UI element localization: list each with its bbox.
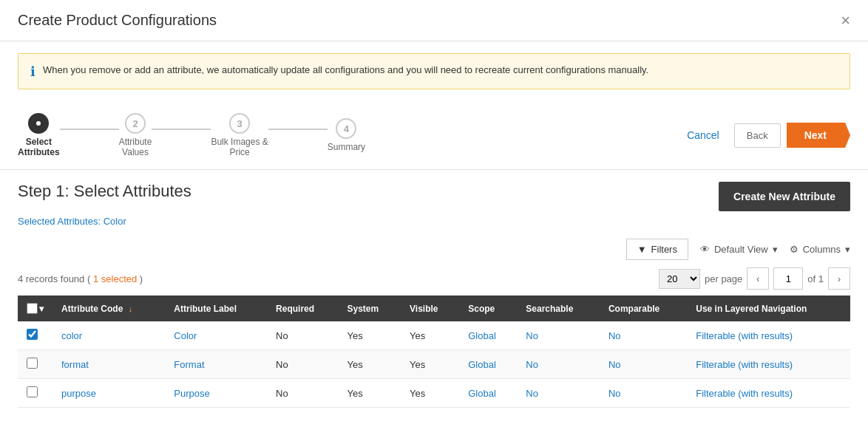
table-meta: 4 records found ( 1 selected ) 203050100… [18, 267, 850, 290]
selected-attrs-label: Selected Attributes: [18, 216, 101, 227]
comparable-header: Comparable [600, 296, 687, 321]
row-checkbox-0[interactable] [27, 329, 38, 340]
searchable-link[interactable]: No [526, 359, 538, 370]
searchable-cell: No [517, 379, 600, 408]
records-count: 4 records found [18, 273, 84, 284]
attributes-table: ▾ Attribute Code ↓ Attribute Label Requi… [18, 296, 850, 408]
attribute-label-cell: Purpose [165, 379, 267, 408]
step-1-item: SelectAttributes [18, 113, 60, 157]
eye-icon: 👁 [700, 244, 710, 255]
layered-nav-link[interactable]: Filterable (with results) [696, 359, 793, 370]
modal-header: Create Product Configurations × [0, 0, 868, 41]
visible-cell: Yes [401, 379, 459, 408]
info-text: When you remove or add an attribute, we … [43, 63, 648, 78]
selected-count: 1 selected [93, 273, 137, 284]
step-heading-row: Step 1: Select Attributes Create New Att… [18, 182, 850, 211]
searchable-header: Searchable [517, 296, 600, 321]
attribute-label-header: Attribute Label [165, 296, 267, 321]
toolbar: ▼ Filters 👁 Default View ▾ ⚙ Columns ▾ [18, 239, 850, 260]
row-check-cell [18, 350, 52, 379]
table-row: formatFormatNoYesYesGlobalNoNoFilterable… [18, 350, 850, 379]
scope-cell: Global [459, 350, 517, 379]
system-cell: Yes [338, 379, 401, 408]
modal-title: Create Product Configurations [18, 12, 217, 29]
next-button[interactable]: Next [787, 123, 850, 148]
attribute-label-cell: Color [165, 321, 267, 350]
step-3-item: 3 Bulk Images &Price [211, 113, 268, 157]
scope-header: Scope [459, 296, 517, 321]
table-row: purposePurposeNoYesYesGlobalNoNoFilterab… [18, 379, 850, 408]
attribute-label-link[interactable]: Purpose [174, 388, 209, 399]
scope-link[interactable]: Global [468, 388, 496, 399]
comparable-link[interactable]: No [608, 359, 621, 370]
steps-actions: Cancel Back Next [678, 123, 850, 148]
select-all-checkbox[interactable] [27, 303, 38, 314]
view-chevron-icon: ▾ [773, 244, 778, 255]
step-1-circle [28, 113, 49, 134]
layered-nav-link[interactable]: Filterable (with results) [696, 388, 793, 399]
prev-page-button[interactable]: ‹ [747, 267, 769, 290]
back-button[interactable]: Back [734, 123, 781, 148]
visible-cell: Yes [401, 350, 459, 379]
visible-header: Visible [401, 296, 459, 321]
gear-icon: ⚙ [790, 244, 799, 255]
cancel-button[interactable]: Cancel [678, 123, 728, 147]
pagination: 203050100 per page ‹ of 1 › [659, 267, 850, 290]
required-cell: No [267, 350, 338, 379]
filters-label: Filters [651, 244, 677, 255]
attribute-code-cell: color [52, 321, 165, 350]
view-selector[interactable]: 👁 Default View ▾ [700, 244, 778, 255]
filters-button[interactable]: ▼ Filters [626, 239, 688, 260]
per-page-select: 203050100 per page [659, 269, 742, 289]
layered-nav-header: Use in Layered Navigation [687, 296, 850, 321]
searchable-link[interactable]: No [526, 330, 538, 341]
required-header: Required [267, 296, 338, 321]
filter-icon: ▼ [637, 244, 647, 255]
table-row: colorColorNoYesYesGlobalNoNoFilterable (… [18, 321, 850, 350]
next-page-button[interactable]: › [828, 267, 850, 290]
steps-bar: SelectAttributes 2 AttributeValues 3 Bul… [0, 101, 868, 170]
page-number-input[interactable] [773, 267, 803, 290]
attribute-code-header: Attribute Code ↓ [52, 296, 165, 321]
searchable-cell: No [517, 350, 600, 379]
attribute-code-link[interactable]: purpose [61, 388, 96, 399]
step-connector-3 [268, 129, 328, 130]
view-label: Default View [714, 244, 768, 255]
row-checkbox-2[interactable] [27, 386, 38, 397]
page-of: of 1 [807, 273, 824, 284]
attribute-code-cell: purpose [52, 379, 165, 408]
visible-cell: Yes [401, 321, 459, 350]
content-area: Step 1: Select Attributes Create New Att… [0, 170, 868, 420]
comparable-link[interactable]: No [608, 330, 621, 341]
sort-icon: ↓ [129, 304, 133, 313]
per-page-dropdown[interactable]: 203050100 [659, 269, 700, 289]
row-checkbox-1[interactable] [27, 358, 38, 369]
sort-toggle-icon[interactable]: ▾ [39, 304, 44, 314]
close-button[interactable]: × [841, 13, 850, 29]
scope-link[interactable]: Global [468, 359, 496, 370]
attribute-label-link[interactable]: Color [174, 330, 197, 341]
attribute-code-link[interactable]: format [61, 359, 89, 370]
step-2-label: AttributeValues [119, 137, 152, 157]
attribute-code-cell: format [52, 350, 165, 379]
searchable-link[interactable]: No [526, 388, 538, 399]
row-check-cell [18, 321, 52, 350]
columns-selector[interactable]: ⚙ Columns ▾ [790, 244, 850, 255]
attribute-label-link[interactable]: Format [174, 359, 204, 370]
system-cell: Yes [338, 321, 401, 350]
layered-nav-link[interactable]: Filterable (with results) [696, 330, 793, 341]
step-3-label: Bulk Images &Price [211, 137, 268, 157]
step-2-item: 2 AttributeValues [119, 113, 152, 157]
attribute-code-link[interactable]: color [61, 330, 82, 341]
comparable-link[interactable]: No [608, 388, 621, 399]
system-cell: Yes [338, 350, 401, 379]
layered-nav-cell: Filterable (with results) [687, 379, 850, 408]
create-new-attribute-button[interactable]: Create New Attribute [719, 182, 850, 211]
step-2-circle: 2 [125, 113, 146, 134]
scope-cell: Global [459, 321, 517, 350]
records-info: 4 records found ( 1 selected ) [18, 273, 143, 284]
scope-cell: Global [459, 379, 517, 408]
info-icon: ℹ [30, 64, 35, 80]
system-header: System [338, 296, 401, 321]
scope-link[interactable]: Global [468, 330, 496, 341]
